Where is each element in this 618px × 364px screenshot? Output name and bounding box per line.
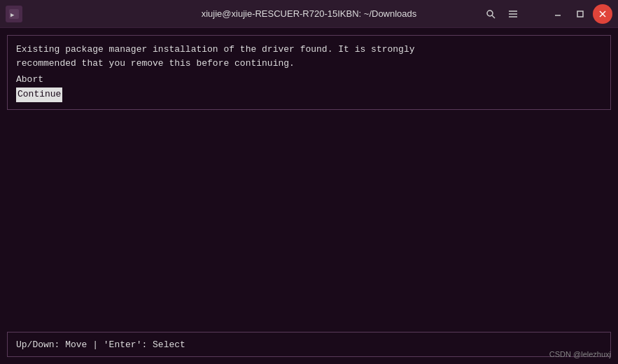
svg-rect-8	[577, 11, 583, 17]
close-button[interactable]	[593, 4, 612, 24]
continue-option[interactable]: Continue	[16, 88, 62, 102]
titlebar: ▶ xiujie@xiujie-RESCUER-R720-15IKBN: ~/D…	[0, 0, 618, 28]
titlebar-left: ▶	[6, 6, 22, 22]
maximize-button[interactable]	[570, 4, 590, 24]
terminal-wrapper: Existing package manager installation of…	[0, 28, 618, 364]
message-line2: recommended that you remove this before …	[16, 57, 602, 71]
spacer	[526, 4, 545, 24]
status-bar: Up/Down: Move | 'Enter': Select	[7, 332, 611, 357]
status-hint: Up/Down: Move | 'Enter': Select	[16, 340, 185, 350]
terminal-content-box: Existing package manager installation of…	[7, 35, 611, 110]
window-title: xiujie@xiujie-RESCUER-R720-15IKBN: ~/Dow…	[202, 8, 417, 19]
svg-line-3	[492, 15, 495, 18]
search-button[interactable]	[481, 4, 500, 24]
titlebar-controls	[481, 4, 612, 24]
terminal-app-icon: ▶	[6, 6, 22, 22]
watermark: CSDN @lelezhuxj	[549, 350, 611, 358]
message-line1: Existing package manager installation of…	[16, 43, 602, 57]
abort-option[interactable]: Abort	[16, 73, 43, 88]
minimize-button[interactable]	[548, 4, 568, 24]
svg-point-2	[487, 10, 493, 16]
svg-text:▶: ▶	[10, 11, 15, 18]
menu-button[interactable]	[503, 4, 523, 24]
